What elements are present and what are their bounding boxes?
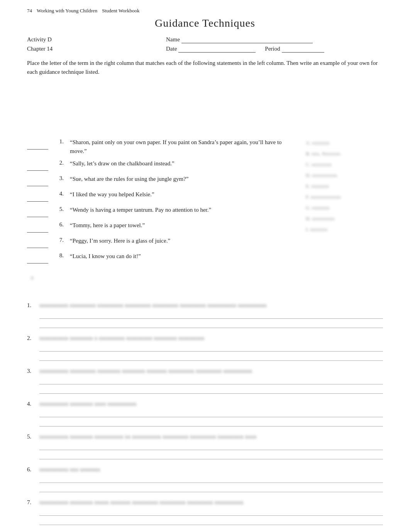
writing-item: 6.xxxxxxxxxx xxx xxxxxxx bbox=[27, 466, 383, 492]
matching-item: 8.“Lucia, I know you can do it!” bbox=[27, 252, 294, 263]
page-header: 74 Working with Young Children Student W… bbox=[27, 8, 383, 14]
answer-blank[interactable] bbox=[27, 226, 48, 233]
chapter-label: Chapter 14 bbox=[27, 46, 166, 52]
right-col-item: I. xxxxxxx bbox=[306, 224, 383, 235]
write-line[interactable] bbox=[39, 320, 383, 328]
write-line[interactable] bbox=[39, 484, 383, 492]
page-number: 74 bbox=[27, 8, 32, 14]
writing-item-header: 6.xxxxxxxxxx xxx xxxxxxx bbox=[27, 466, 383, 473]
matching-item: 7.“Peggy, I’m sorry. Here is a glass of … bbox=[27, 236, 294, 248]
writing-item-text: xxxxxxxxxx xxxxxxxx x xxxxxxxxx xxxxxxxx… bbox=[39, 335, 383, 342]
item-text: “I liked the way you helped Kelsie.” bbox=[70, 190, 294, 199]
form-row-activity-name: Activity D Name bbox=[27, 36, 383, 43]
matching-item: 1.“Sharon, paint only on your own paper.… bbox=[27, 138, 294, 155]
writing-item-text: xxxxxxxxxx xxxxxxxx xxxx xxxxxxxxxx bbox=[39, 401, 383, 407]
item-number: 8. bbox=[55, 252, 64, 259]
write-lines bbox=[39, 310, 383, 328]
item-number: 6. bbox=[55, 221, 64, 228]
item-number: 1. bbox=[55, 138, 64, 145]
write-line[interactable] bbox=[39, 451, 383, 459]
writing-item-header: 1.xxxxxxxxxx xxxxxxxxx xxxxxxxxx xxxxxxx… bbox=[27, 302, 383, 309]
writing-item-header: 2.xxxxxxxxxx xxxxxxxx x xxxxxxxxx xxxxxx… bbox=[27, 335, 383, 342]
item-number: 5. bbox=[55, 206, 64, 212]
form-row-chapter-date: Chapter 14 Date Period bbox=[27, 46, 383, 53]
item-text: “Tommy, here is a paper towel.” bbox=[70, 221, 294, 230]
write-line[interactable] bbox=[39, 507, 383, 516]
write-line[interactable] bbox=[39, 343, 383, 352]
write-line[interactable] bbox=[39, 376, 383, 384]
write-line[interactable] bbox=[39, 352, 383, 361]
answer-blank[interactable] bbox=[27, 257, 48, 263]
writing-item-number: 3. bbox=[27, 368, 36, 374]
item-number: 7. bbox=[55, 236, 64, 243]
item-text: “Lucia, I know you can do it!” bbox=[70, 252, 294, 261]
item-number: 4. bbox=[55, 190, 64, 197]
write-line[interactable] bbox=[39, 385, 383, 394]
right-col-item: B. xxx, Xxxxxxx bbox=[306, 149, 383, 159]
right-col-item: H. xxxxxxxxx bbox=[306, 214, 383, 224]
writing-item: 4.xxxxxxxxxx xxxxxxxx xxxx xxxxxxxxxx bbox=[27, 401, 383, 427]
answer-blank[interactable] bbox=[27, 164, 48, 171]
right-col-item: D. xxxxxxxxxx bbox=[306, 170, 383, 180]
item-text: “Peggy, I’m sorry. Here is a glass of ju… bbox=[70, 236, 294, 245]
write-line[interactable] bbox=[39, 409, 383, 417]
answer-blank[interactable] bbox=[27, 195, 48, 202]
writing-item-number: 2. bbox=[27, 335, 36, 342]
item-text: “Sally, let’s draw on the chalkboard ins… bbox=[70, 159, 294, 168]
matching-item: 2.“Sally, let’s draw on the chalkboard i… bbox=[27, 159, 294, 171]
matching-item: 6.“Tommy, here is a paper towel.” bbox=[27, 221, 294, 233]
answer-blank[interactable] bbox=[27, 210, 48, 217]
write-line[interactable] bbox=[39, 418, 383, 427]
item-text: “Sharon, paint only on your own paper. I… bbox=[70, 138, 294, 155]
item-text: “Wendy is having a temper tantrum. Pay n… bbox=[70, 206, 294, 214]
writing-item-text: xxxxxxxxxx xxxxxxxxx xxxxxxxxx xxxxxxxxx… bbox=[39, 302, 383, 309]
writing-item-number: 4. bbox=[27, 401, 36, 407]
writing-item: 7.xxxxxxxxxx xxxxxxxx xxxxx xxxxxxx xxxx… bbox=[27, 499, 383, 525]
writing-item-header: 3.xxxxxxxxxx xxxxxxxxx xxxxxxxx xxxxxxxx… bbox=[27, 368, 383, 374]
matching-item: 4.“I liked the way you helped Kelsie.” bbox=[27, 190, 294, 202]
writing-item-number: 6. bbox=[27, 466, 36, 473]
matching-section: 1.“Sharon, paint only on your own paper.… bbox=[27, 138, 383, 267]
answer-blank[interactable] bbox=[27, 179, 48, 186]
matching-right-col: A. xxxxxxxB. xxx, XxxxxxxC. xxxxxxxxD. x… bbox=[306, 138, 383, 267]
section-label-blurred: 9 bbox=[31, 275, 383, 281]
write-line[interactable] bbox=[39, 442, 383, 450]
matching-item: 5.“Wendy is having a temper tantrum. Pay… bbox=[27, 206, 294, 217]
writing-item-number: 1. bbox=[27, 302, 36, 309]
period-line[interactable] bbox=[282, 46, 324, 53]
write-lines bbox=[39, 409, 383, 427]
write-lines bbox=[39, 442, 383, 459]
item-number: 2. bbox=[55, 159, 64, 166]
write-line[interactable] bbox=[39, 310, 383, 319]
writing-item: 2.xxxxxxxxxx xxxxxxxx x xxxxxxxxx xxxxxx… bbox=[27, 335, 383, 361]
workbook-label: Student Workbook bbox=[102, 8, 139, 14]
write-lines bbox=[39, 474, 383, 492]
right-col-item: A. xxxxxxx bbox=[306, 138, 383, 148]
write-lines bbox=[39, 507, 383, 525]
item-number: 3. bbox=[55, 175, 64, 182]
book-title: Working with Young Children bbox=[37, 8, 97, 14]
matching-left-col: 1.“Sharon, paint only on your own paper.… bbox=[27, 138, 294, 267]
writing-item-text: xxxxxxxxxx xxxxxxxx xxxxxxxxxx xx xxxxxx… bbox=[39, 433, 383, 440]
answer-blank[interactable] bbox=[27, 143, 48, 150]
right-col-item: E. xxxxxxx bbox=[306, 181, 383, 191]
name-line[interactable] bbox=[181, 36, 313, 43]
answer-blank[interactable] bbox=[27, 241, 48, 248]
writing-item-header: 4.xxxxxxxxxx xxxxxxxx xxxx xxxxxxxxxx bbox=[27, 401, 383, 407]
writing-item-number: 5. bbox=[27, 433, 36, 440]
date-label: Date bbox=[166, 46, 177, 52]
writing-item-number: 7. bbox=[27, 499, 36, 506]
instructions: Place the letter of the term in the righ… bbox=[27, 59, 383, 76]
matching-item: 3.“Sue, what are the rules for using the… bbox=[27, 175, 294, 186]
writing-item: 3.xxxxxxxxxx xxxxxxxxx xxxxxxxx xxxxxxxx… bbox=[27, 368, 383, 394]
page-title: Guidance Techniques bbox=[27, 17, 383, 29]
right-col-terms: A. xxxxxxxB. xxx, XxxxxxxC. xxxxxxxxD. x… bbox=[306, 138, 383, 235]
activity-label: Activity D bbox=[27, 36, 166, 43]
writing-item: 1.xxxxxxxxxx xxxxxxxxx xxxxxxxxx xxxxxxx… bbox=[27, 302, 383, 328]
writing-item-text: xxxxxxxxxx xxxxxxxx xxxxx xxxxxxx xxxxxx… bbox=[39, 499, 383, 506]
right-col-item: G. xxxxxxx bbox=[306, 203, 383, 213]
write-line[interactable] bbox=[39, 474, 383, 483]
date-line[interactable] bbox=[178, 46, 256, 53]
name-label: Name bbox=[166, 36, 180, 43]
write-line[interactable] bbox=[39, 517, 383, 525]
